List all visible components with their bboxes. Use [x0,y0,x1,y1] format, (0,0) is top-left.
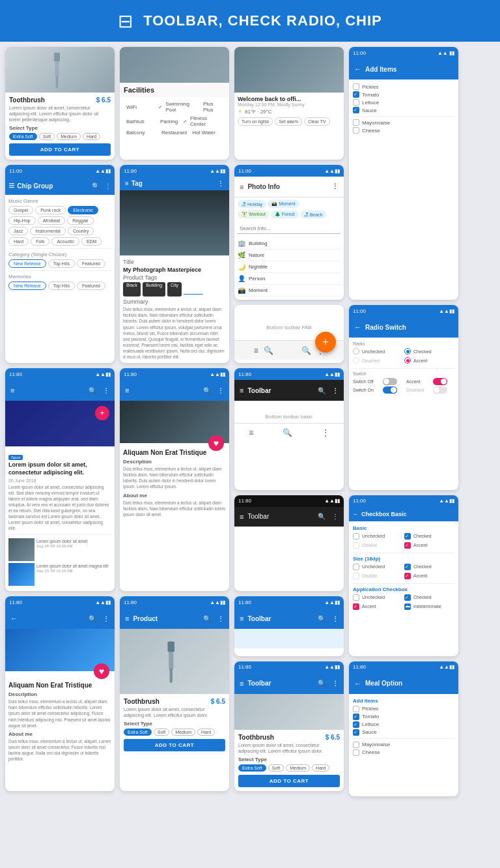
toolbar-icon-3[interactable]: 🔍 [301,346,311,355]
chip-punkrock[interactable]: Punk rock [35,206,66,214]
p2-chip-medium[interactable]: Medium [171,729,195,736]
toggle-switch-off[interactable] [383,378,397,385]
product3-add-to-cart[interactable]: ADD TO CART [238,775,340,787]
cb-app-unchecked[interactable] [353,594,359,601]
prod3-menu-icon[interactable]: ≡ [240,680,243,687]
aliquam-more-icon[interactable]: ⋮ [103,615,109,622]
prod2-menu-icon[interactable]: ≡ [125,615,129,622]
add-to-cart-button[interactable]: ADD TO CART [9,143,111,156]
chip-acoustic[interactable]: Acoustic [51,237,79,246]
cb-size-accent[interactable] [404,573,411,579]
p3-chip-extrasoft[interactable]: Extra Soft [238,764,266,772]
chip-beach[interactable]: 🏖 Beach [300,210,327,218]
chip-reggae[interactable]: Reggae [67,216,94,225]
article-fab[interactable]: ♥ [208,435,224,451]
chip-folk[interactable]: Folk [31,237,49,246]
aliquam-search-icon[interactable]: 🔍 [89,615,96,622]
cb-meal-pickles[interactable] [353,706,359,712]
meal-back-icon[interactable]: ← [354,680,361,687]
toggle-accent-on[interactable] [433,378,447,385]
welcome-chip-alarm[interactable]: Set alarm [275,117,302,126]
p3-chip-soft[interactable]: Soft [268,764,284,772]
cb-app-checked[interactable] [404,594,411,601]
cb-app-accent[interactable] [353,603,359,610]
toggle-switch-on[interactable] [383,386,397,394]
p3-chip-medium[interactable]: Medium [286,764,310,772]
cb-basic-checked[interactable] [404,533,411,540]
type-chip-extrasoft[interactable]: Extra Soft [9,133,37,140]
tb-more-icon[interactable]: ⋮ [332,387,339,394]
tb-menu-icon[interactable]: ≡ [240,386,243,394]
prod2-more-icon[interactable]: ⋮ [217,615,224,622]
chip-instrumental[interactable]: Instrumental [30,227,66,235]
cb-meal-mayo[interactable] [353,742,359,748]
blog-search-icon[interactable]: 🔍 [89,387,96,394]
toolbar-icon-2[interactable]: 🔍 [264,346,273,355]
type-chip-hard[interactable]: Hard [83,133,100,140]
cb-meal-cheese[interactable] [353,749,359,756]
cb-app-indeterminate[interactable] [404,603,411,610]
toolbar-icon-1[interactable]: ≡ [254,346,258,355]
chip-country[interactable]: Country [68,227,94,235]
chip-forest[interactable]: 🌲 Forest [271,210,299,218]
chip-moment[interactable]: 📸 Moment [268,200,299,208]
tag-more-icon[interactable]: ⋮ [217,180,224,187]
info-menu-icon[interactable]: ≡ [240,183,243,191]
article-more-icon[interactable]: ⋮ [217,387,224,394]
cb-basic-accent[interactable] [404,542,411,549]
welcome-chip-lights[interactable]: Turn on lights [238,117,273,126]
p3-chip-hard[interactable]: Hard [312,764,329,772]
chip-featured[interactable]: Featured [77,259,105,268]
tb-bottom-icon-2[interactable]: 🔍 [283,428,292,437]
chip-jazz[interactable]: Jazz [8,227,28,235]
chip-electronic[interactable]: Electronic [68,206,98,214]
p2-chip-extrasoft[interactable]: Extra Soft [124,729,152,736]
blog-fab-button[interactable]: + [95,406,109,420]
cb-mayo[interactable] [353,119,359,126]
dark-menu-icon[interactable]: ≡ [240,513,243,521]
search-info-input[interactable] [238,224,340,234]
article-menu-icon[interactable]: ≡ [125,386,129,394]
chip-holiday[interactable]: 🏖 Holiday [238,200,266,208]
chip-mem-tophits[interactable]: Top Hits [48,282,75,290]
chip-back-icon[interactable]: ≡ [8,180,14,192]
chip-search-icon[interactable]: 🔍 [92,182,100,190]
radio-back-icon[interactable]: ← [354,323,361,331]
tag-chip-building[interactable]: Building [143,282,165,297]
dark-more-icon[interactable]: ⋮ [332,513,339,520]
prod3-search-icon[interactable]: 🔍 [318,680,326,687]
product2-add-to-cart[interactable]: ADD TO CART [124,739,225,751]
type-chip-soft[interactable]: Soft [39,133,55,140]
welcome-chip-tv[interactable]: Clear TV [304,117,330,126]
cb-cheese[interactable] [353,127,359,134]
tb2-search-icon[interactable]: 🔍 [318,615,326,622]
chip-edm[interactable]: EDM [81,237,102,246]
chip-more-icon[interactable]: ⋮ [105,182,111,190]
tag-input[interactable] [184,284,203,295]
chip-workout[interactable]: 🏋 Workout [238,210,270,218]
radio-accent-circle[interactable] [404,357,411,364]
chip-mem-featured[interactable]: Featured [77,282,105,290]
cb-sauce[interactable] [353,107,359,113]
radio-checked-circle[interactable] [404,348,411,354]
chip-hiphop[interactable]: Hip-Hop [8,216,36,225]
tag-menu-icon[interactable]: ≡ [125,180,129,187]
cb-size-checked[interactable] [404,564,411,570]
blog-menu-icon[interactable]: ≡ [10,386,14,394]
cb-meal-tomato[interactable] [353,714,359,720]
article-search-icon[interactable]: 🔍 [203,387,211,394]
aliquam-back-icon[interactable]: ← [10,615,18,622]
cb-size-unchecked[interactable] [353,564,359,570]
dark-search-icon[interactable]: 🔍 [318,513,326,520]
chip-tophits[interactable]: Top Hits [48,259,75,268]
p2-chip-hard[interactable]: Hard [197,729,215,736]
prod2-search-icon[interactable]: 🔍 [203,615,211,622]
tag-chip-city[interactable]: City [167,282,182,297]
cb-lettuce[interactable] [353,99,359,106]
cb-basic-unchecked[interactable] [353,533,359,540]
cb-back-icon[interactable]: ← [353,511,359,517]
tb-bottom-icon-1[interactable]: ≡ [249,428,253,437]
fab-button[interactable]: + [315,332,336,353]
chip-gospel[interactable]: Gospel [8,206,33,214]
chip-mem-newrelease[interactable]: New Release [8,282,46,290]
